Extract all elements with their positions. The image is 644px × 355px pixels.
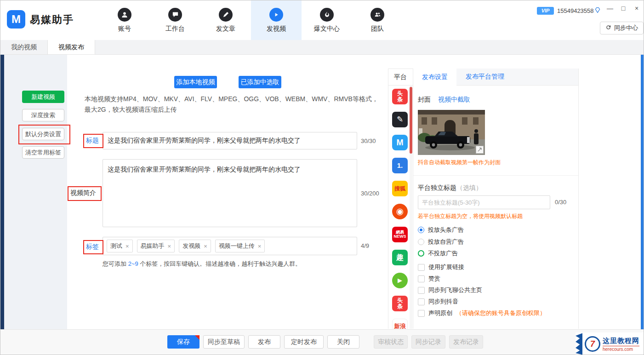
tab-publish-settings[interactable]: 发布设置: [413, 69, 456, 86]
watermark-domain: herecours.com: [603, 346, 639, 352]
schedule-publish-button[interactable]: 定时发布: [284, 335, 324, 349]
team-icon: [370, 8, 384, 22]
tags-input-box[interactable]: 测试 × 易媒助手 × 发视频 × 视频一键上传 ×: [103, 237, 357, 255]
platform-column-header: 平台: [388, 73, 413, 81]
app-title: 易媒助手: [30, 13, 74, 27]
platform-icon-toutiao-2[interactable]: 头 条: [392, 296, 408, 311]
platform-icon-qutoutiao[interactable]: 趣: [392, 250, 408, 265]
play-icon: [269, 8, 283, 22]
independent-title-input[interactable]: [418, 195, 550, 209]
minimize-button[interactable]: —: [605, 5, 615, 12]
tab-my-videos[interactable]: 我的视频: [0, 40, 48, 54]
maximize-button[interactable]: □: [618, 5, 628, 12]
tag-chip: 发视频 ×: [179, 240, 211, 252]
platform-scrollbar-thumb[interactable]: [410, 87, 412, 154]
header: M 易媒助手 账号 工作台 发文章: [0, 0, 644, 40]
app-logo: M: [7, 10, 25, 29]
platform-icon-yidianzixun[interactable]: 1.: [392, 158, 408, 173]
nav-item-team[interactable]: 团队: [352, 0, 403, 40]
checkbox-reward[interactable]: 赞赏: [418, 275, 440, 283]
tag-remove-icon[interactable]: ×: [168, 243, 171, 250]
tab-platform-manage[interactable]: 发布平台管理: [456, 69, 513, 85]
sync-icon: [605, 24, 611, 32]
close-window-button[interactable]: ×: [632, 5, 642, 12]
title-input[interactable]: [103, 132, 357, 149]
radio-selected-icon[interactable]: [418, 227, 424, 233]
platform-icon-green-play[interactable]: ▶: [392, 273, 408, 288]
watermark-title: 这里教程网: [603, 337, 639, 345]
checkbox-sync-feiliao[interactable]: 同步到飞聊公共主页: [418, 286, 482, 294]
nav-item-account[interactable]: 账号: [99, 0, 150, 40]
tag-remove-icon[interactable]: ×: [258, 243, 262, 250]
save-button[interactable]: 保存: [167, 335, 199, 349]
sync-record-button[interactable]: 同步记录: [411, 335, 445, 349]
checkbox-sync-douyin[interactable]: 同步到抖音: [418, 298, 458, 306]
close-button[interactable]: 关闭: [327, 335, 359, 349]
description-textarea[interactable]: 这是我们宿舍家里开劳斯莱斯的同学，刚来父母就把两年的水电交了: [103, 159, 357, 227]
workbench-icon: [168, 8, 182, 22]
default-category-button[interactable]: 默认分类设置: [22, 128, 64, 140]
cover-thumbnail[interactable]: [418, 110, 485, 155]
account-phone: 15549423558: [557, 7, 594, 14]
sync-center-button[interactable]: 同步中心: [600, 22, 644, 34]
pen-icon: [219, 8, 233, 22]
cover-hint-text: 抖音自动截取视频第一帧作为封面: [418, 159, 501, 166]
tags-counter: 4/9: [361, 242, 369, 249]
nav-item-hot-center[interactable]: 爆文中心: [302, 0, 352, 40]
nav-item-workbench[interactable]: 工作台: [150, 0, 200, 40]
independent-title-hint: 若平台独立标题为空，将使用视频默认标题: [418, 212, 523, 220]
platform-icon-blue-m[interactable]: M: [392, 135, 408, 150]
capture-from-video-link[interactable]: 视频中截取: [438, 96, 470, 104]
checkbox-icon[interactable]: [418, 310, 425, 317]
platform-list: 头 条 ✎ M 1. 搜狐 ◉ 網易 NEWS 趣 ▶ 头 条 新浪: [388, 86, 410, 329]
checkbox-icon[interactable]: [418, 298, 425, 305]
cover-photo-car: [418, 110, 485, 155]
new-video-button[interactable]: 新建视频: [22, 91, 64, 103]
tag-chip: 易媒助手 ×: [137, 240, 175, 252]
app-window: M 易媒助手 账号 工作台 发文章: [0, 0, 644, 355]
gem-icon[interactable]: [594, 6, 601, 16]
original-permission-note: （请确保您的账号具备原创权限）: [456, 309, 546, 317]
description-counter: 30/200: [361, 190, 379, 197]
select-from-added-button[interactable]: 已添加中选取: [239, 76, 281, 88]
review-status-button[interactable]: 审核状态: [374, 335, 408, 349]
platform-icon-toutiao[interactable]: 头 条: [392, 89, 408, 104]
divider: [413, 69, 413, 329]
logo-glyph: M: [11, 13, 21, 26]
checkbox-icon[interactable]: [418, 287, 425, 294]
platform-icon-dark-pen[interactable]: ✎: [392, 112, 408, 127]
radio-green-icon[interactable]: [418, 250, 424, 257]
publish-record-button[interactable]: 发布记录: [449, 335, 483, 349]
user-icon: [118, 8, 131, 22]
radio-self-ad[interactable]: 投放自营广告: [418, 238, 464, 246]
radio-no-ad[interactable]: 不投放广告: [418, 249, 458, 258]
watermark-jagged-edge: [576, 332, 582, 355]
clear-common-tags-button[interactable]: 清空常用标签: [22, 146, 64, 159]
checkbox-extended-link[interactable]: 使用扩展链接: [418, 263, 464, 271]
sync-to-draft-button[interactable]: 同步至草稿: [203, 335, 245, 349]
flame-icon: [320, 8, 334, 22]
tag-remove-icon[interactable]: ×: [204, 243, 207, 250]
publish-button[interactable]: 发布: [248, 335, 280, 349]
nav-item-publish-video[interactable]: 发视频: [251, 0, 302, 40]
tag-chip: 视频一键上传 ×: [215, 240, 265, 252]
tags-label: 标签: [86, 243, 99, 251]
checkbox-icon[interactable]: [418, 264, 425, 271]
tab-video-publish[interactable]: 视频发布: [48, 40, 95, 54]
expand-icon[interactable]: [476, 146, 484, 154]
nav-item-publish-article[interactable]: 发文章: [200, 0, 251, 40]
vip-badge[interactable]: VIP: [537, 7, 554, 15]
tag-remove-icon[interactable]: ×: [125, 243, 129, 250]
platform-icon-sohu[interactable]: 搜狐: [392, 181, 408, 196]
platform-icon-netease[interactable]: 網易 NEWS: [392, 227, 408, 242]
platform-icon-xinlang[interactable]: 新浪: [392, 319, 408, 329]
deep-search-button[interactable]: 深度搜索: [22, 109, 64, 121]
tag-chip: 测试 ×: [107, 240, 133, 252]
checkbox-icon[interactable]: [418, 275, 425, 282]
add-local-video-button[interactable]: 添加本地视频: [174, 76, 217, 88]
checkbox-declare-original[interactable]: 声明原创 （请确保您的账号具备原创权限）: [418, 309, 546, 317]
platform-icon-red-swirl[interactable]: ◉: [392, 204, 408, 219]
radio-unselected-icon[interactable]: [418, 239, 424, 245]
radio-toutiao-ad[interactable]: 投放头条广告: [418, 226, 464, 234]
save-badge: [195, 335, 199, 340]
